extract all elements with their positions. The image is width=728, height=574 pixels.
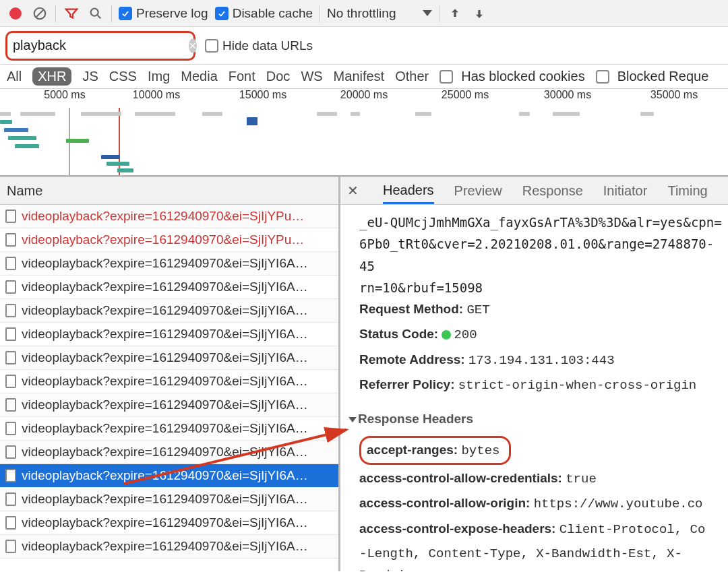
file-icon [5, 280, 16, 294]
request-row[interactable]: videoplayback?expire=1612940970&ei=SjIjY… [0, 323, 338, 346]
throttling-select[interactable]: No throttling [327, 6, 432, 21]
checkbox-empty-icon [439, 70, 453, 84]
request-url: _eU-QUMcjJmhMmGXa_fayxGsArTA%3D%3D&alr=y… [359, 212, 728, 298]
tab-preview[interactable]: Preview [454, 183, 502, 199]
type-img[interactable]: Img [148, 69, 170, 84]
check-icon [215, 7, 229, 20]
checkbox-empty-icon [596, 70, 609, 84]
divider [111, 5, 112, 22]
preserve-log-checkbox[interactable]: Preserve log [119, 6, 208, 21]
tick-label: 15000 ms [239, 89, 286, 101]
tick-label: 30000 ms [544, 89, 591, 101]
download-har-icon[interactable] [471, 5, 488, 22]
request-row[interactable]: videoplayback?expire=1612940970&ei=SjIjY… [0, 228, 338, 252]
header-acac: access-control-allow-credentials: true [359, 468, 728, 490]
type-media[interactable]: Media [181, 69, 217, 84]
divider [439, 5, 439, 22]
type-js[interactable]: JS [82, 69, 98, 84]
status-code: Status Code: 200 [359, 323, 728, 346]
request-name: videoplayback?expire=1612940970&ei=SjIjY… [22, 280, 308, 294]
disable-cache-checkbox[interactable]: Disable cache [215, 6, 313, 21]
request-name: videoplayback?expire=1612940970&ei=SjIjY… [22, 303, 308, 318]
type-ws[interactable]: WS [301, 69, 322, 84]
type-xhr[interactable]: XHR [32, 67, 71, 86]
request-row[interactable]: videoplayback?expire=1612940970&ei=SjIjY… [0, 511, 338, 535]
file-icon [5, 210, 16, 223]
request-name: videoplayback?expire=1612940970&ei=SjIjY… [22, 232, 304, 247]
tab-headers[interactable]: Headers [383, 183, 434, 204]
request-row[interactable]: videoplayback?expire=1612940970&ei=SjIjY… [0, 205, 338, 228]
file-icon [5, 375, 16, 388]
request-row[interactable]: videoplayback?expire=1612940970&ei=SjIjY… [0, 464, 338, 488]
check-icon [119, 7, 132, 20]
request-row[interactable]: videoplayback?expire=1612940970&ei=SjIjY… [0, 417, 338, 441]
svg-line-3 [98, 15, 101, 18]
type-manifest[interactable]: Manifest [334, 69, 385, 84]
record-icon[interactable] [7, 5, 24, 22]
network-timeline[interactable]: 5000 ms 10000 ms 15000 ms 20000 ms 25000… [0, 89, 728, 177]
status-dot-icon [442, 330, 451, 340]
request-row[interactable]: videoplayback?expire=1612940970&ei=SjIjY… [0, 346, 338, 370]
checkbox-empty-icon [205, 39, 218, 53]
request-list[interactable]: videoplayback?expire=1612940970&ei=SjIjY… [0, 205, 338, 571]
type-all[interactable]: All [7, 69, 22, 84]
tick-label: 35000 ms [650, 89, 698, 101]
request-row[interactable]: videoplayback?expire=1612940970&ei=SjIjY… [0, 441, 338, 464]
blocked-requests-label: Blocked Reque [617, 69, 709, 84]
details-tabs: ✕ Headers Preview Response Initiator Tim… [340, 177, 728, 205]
filter-bar: ✕ Hide data URLs [0, 27, 728, 65]
type-css[interactable]: CSS [109, 69, 137, 84]
file-icon [5, 257, 16, 270]
svg-line-1 [36, 9, 44, 17]
tab-timing[interactable]: Timing [667, 183, 707, 199]
filter-input[interactable] [7, 36, 189, 55]
file-icon [5, 233, 16, 247]
tab-response[interactable]: Response [522, 183, 583, 199]
type-font[interactable]: Font [229, 69, 255, 84]
timeline-ticks: 5000 ms 10000 ms 15000 ms 20000 ms 25000… [0, 89, 728, 108]
request-name: videoplayback?expire=1612940970&ei=SjIjY… [22, 492, 308, 507]
type-other[interactable]: Other [395, 69, 429, 84]
request-name: videoplayback?expire=1612940970&ei=SjIjY… [22, 350, 308, 365]
tab-initiator[interactable]: Initiator [603, 183, 648, 199]
header-aceh-cont: -Length, Content-Type, X-Bandwidth-Est, … [359, 543, 728, 571]
search-icon[interactable] [87, 5, 104, 22]
file-icon [5, 516, 16, 530]
request-name: videoplayback?expire=1612940970&ei=SjIjY… [22, 445, 308, 459]
divider [320, 5, 320, 22]
clear-filter-icon[interactable]: ✕ [189, 38, 197, 53]
file-icon [5, 398, 16, 412]
file-icon [5, 351, 16, 364]
blocked-cookies-label: Has blocked cookies [461, 69, 584, 84]
disable-cache-label: Disable cache [233, 6, 313, 21]
response-headers-section[interactable]: Response Headers [350, 408, 728, 430]
request-row[interactable]: videoplayback?expire=1612940970&ei=SjIjY… [0, 535, 338, 559]
request-row[interactable]: videoplayback?expire=1612940970&ei=SjIjY… [0, 276, 338, 299]
resource-type-filter: All XHR JS CSS Img Media Font Doc WS Man… [0, 65, 728, 89]
request-row[interactable]: videoplayback?expire=1612940970&ei=SjIjY… [0, 393, 338, 417]
request-row[interactable]: videoplayback?expire=1612940970&ei=SjIjY… [0, 252, 338, 276]
request-method: Request Method: GET [359, 298, 728, 321]
chevron-down-icon [423, 10, 432, 16]
file-icon [5, 492, 16, 506]
tick-label: 20000 ms [340, 89, 388, 101]
request-name: videoplayback?expire=1612940970&ei=SjIjY… [22, 256, 308, 271]
request-row[interactable]: videoplayback?expire=1612940970&ei=SjIjY… [0, 488, 338, 511]
request-name: videoplayback?expire=1612940970&ei=SjIjY… [22, 515, 308, 530]
tick-label: 10000 ms [133, 89, 180, 101]
request-row[interactable]: videoplayback?expire=1612940970&ei=SjIjY… [0, 370, 338, 393]
referrer-policy: Referrer Policy: strict-origin-when-cros… [359, 374, 728, 396]
filter-icon[interactable] [63, 5, 80, 22]
blocked-cookies-checkbox[interactable]: Has blocked cookies [439, 69, 584, 84]
type-doc[interactable]: Doc [266, 69, 291, 84]
upload-har-icon[interactable] [446, 5, 464, 22]
request-name: videoplayback?expire=1612940970&ei=SjIjY… [22, 468, 308, 483]
preserve-log-label: Preserve log [136, 6, 208, 21]
name-column-header[interactable]: Name [0, 177, 338, 205]
blocked-requests-checkbox[interactable]: Blocked Reque [596, 69, 709, 84]
request-row[interactable]: videoplayback?expire=1612940970&ei=SjIjY… [0, 299, 338, 323]
clear-icon[interactable] [31, 5, 49, 22]
close-details-icon[interactable]: ✕ [347, 183, 359, 199]
devtools-toolbar: Preserve log Disable cache No throttling [0, 0, 728, 27]
hide-data-urls-checkbox[interactable]: Hide data URLs [205, 38, 313, 53]
